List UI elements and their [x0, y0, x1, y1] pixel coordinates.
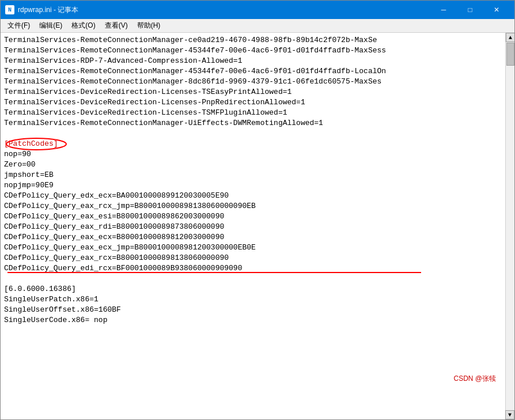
text-line: Zero=00 [4, 160, 503, 170]
menu-file[interactable]: 文件(F) [3, 20, 35, 32]
text-line: CDefPolicy_Query_edi_rcx=BF0001000089B93… [4, 263, 503, 274]
text-line: SingleUserOffset.x86=160BF [4, 305, 503, 315]
title-bar: N rdpwrap.ini - 记事本 ─ □ ✕ [1, 1, 514, 19]
text-editor[interactable]: TerminalServices-RemoteConnectionManager… [1, 33, 505, 419]
text-line [4, 128, 503, 139]
editor-scroll[interactable]: TerminalServices-RemoteConnectionManager… [4, 35, 503, 417]
scroll-thumb[interactable] [506, 43, 514, 66]
text-line [4, 274, 503, 284]
menu-format[interactable]: 格式(O) [67, 20, 100, 32]
notepad-window: N rdpwrap.ini - 记事本 ─ □ ✕ 文件(F) 编辑(E) 格式… [0, 0, 515, 420]
text-line: [PatchCodes] [4, 139, 503, 149]
scroll-down-button[interactable]: ▼ [505, 410, 514, 419]
text-line: CDefPolicy_Query_eax_ecx_jmp=B8000100008… [4, 243, 503, 253]
vertical-scrollbar[interactable]: ▲ ▼ [505, 33, 514, 419]
menu-help[interactable]: 帮助(H) [132, 20, 165, 32]
text-line: nop=90 [4, 149, 503, 160]
text-line: nopjmp=90E9 [4, 180, 503, 191]
text-line: TerminalServices-RemoteConnectionManager… [4, 118, 503, 128]
close-button[interactable]: ✕ [483, 1, 510, 19]
text-line: TerminalServices-RemoteConnectionManager… [4, 46, 503, 56]
minimize-button[interactable]: ─ [430, 1, 457, 19]
text-line: TerminalServices-RemoteConnectionManager… [4, 77, 503, 87]
app-icon: N [5, 5, 14, 14]
text-line: SingleUserPatch.x86=1 [4, 294, 503, 305]
text-line: CDefPolicy_Query_eax_rdi=B80001000089873… [4, 222, 503, 232]
text-line: CDefPolicy_Query_eax_ecx=B80001000089812… [4, 232, 503, 243]
text-line: CDefPolicy_Query_edx_ecx=BA0001000089912… [4, 191, 503, 201]
text-line: jmpshort=EB [4, 170, 503, 180]
menu-view[interactable]: 查看(V) [100, 20, 132, 32]
text-line: SingleUserCode.x86= nop [4, 315, 503, 326]
window-title: rdpwrap.ini - 记事本 [18, 5, 430, 15]
scroll-up-button[interactable]: ▲ [506, 33, 514, 42]
text-line: CDefPolicy_Query_eax_rcx=B80001000089813… [4, 253, 503, 263]
text-line: TerminalServices-RDP-7-Advanced-Compress… [4, 56, 503, 66]
text-line: TerminalServices-DeviceRedirection-Licen… [4, 87, 503, 97]
menu-bar: 文件(F) 编辑(E) 格式(O) 查看(V) 帮助(H) [1, 19, 514, 33]
maximize-button[interactable]: □ [457, 1, 483, 19]
text-line: TerminalServices-RemoteConnectionManager… [4, 35, 503, 46]
app-icon-text: N [8, 7, 12, 13]
text-line: CDefPolicy_Query_eax_rcx_jmp=B8000100008… [4, 201, 503, 211]
content-area: TerminalServices-RemoteConnectionManager… [1, 33, 514, 419]
text-line: [6.0.6000.16386] [4, 284, 503, 294]
text-line: TerminalServices-RemoteConnectionManager… [4, 66, 503, 77]
text-line: CDefPolicy_Query_eax_esi=B80001000089862… [4, 211, 503, 222]
text-line: TerminalServices-DeviceRedirection-Licen… [4, 108, 503, 118]
window-controls: ─ □ ✕ [430, 1, 510, 19]
menu-edit[interactable]: 编辑(E) [35, 20, 67, 32]
text-line: TerminalServices-DeviceRedirection-Licen… [4, 97, 503, 108]
text-lines: TerminalServices-RemoteConnectionManager… [4, 35, 503, 326]
